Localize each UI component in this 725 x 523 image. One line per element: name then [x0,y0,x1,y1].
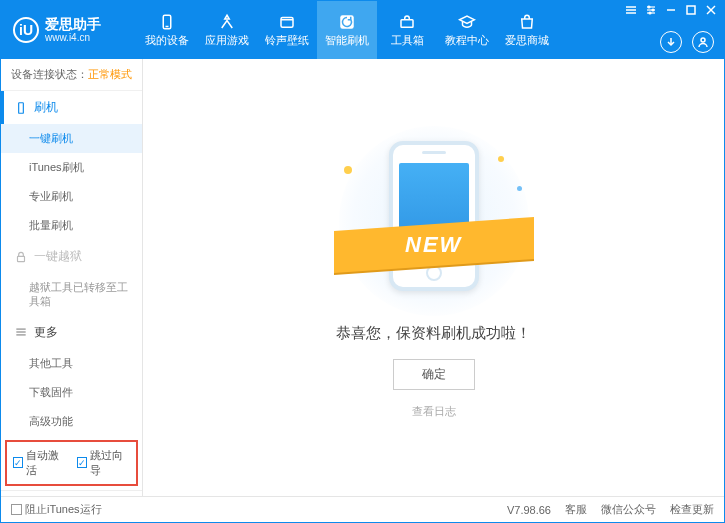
brand-title: 爱思助手 [45,17,101,32]
app-window: iU 爱思助手 www.i4.cn 我的设备 应用游戏 铃声壁纸 智能刷机 [0,0,725,523]
success-illustration: NEW [324,136,544,306]
check-update-link[interactable]: 检查更新 [670,502,714,517]
folder-icon [278,13,296,31]
success-message: 恭喜您，保资料刷机成功啦！ [336,324,531,343]
sidebar-jailbreak-note: 越狱工具已转移至工具箱 [1,273,142,316]
maximize-button[interactable] [684,3,698,17]
apps-icon [218,13,236,31]
sidebar-item-advanced[interactable]: 高级功能 [1,407,142,436]
checkbox-block-itunes[interactable]: 阻止iTunes运行 [11,502,102,517]
checkbox-auto-activate[interactable]: ✓ 自动激活 [13,448,67,478]
refresh-icon [338,13,356,31]
header-actions [660,31,714,53]
svg-rect-15 [687,6,695,14]
settings-icon[interactable] [644,3,658,17]
toolbox-icon [398,13,416,31]
device-icon [14,101,28,115]
nav-store[interactable]: 爱思商城 [497,1,557,59]
logo-icon: iU [13,17,39,43]
sidebar-item-download-firmware[interactable]: 下载固件 [1,378,142,407]
list-icon [14,325,28,339]
nav-ringtones-wallpapers[interactable]: 铃声壁纸 [257,1,317,59]
close-button[interactable] [704,3,718,17]
checkbox-skip-wizard[interactable]: ✓ 跳过向导 [77,448,131,478]
brand-subtitle: www.i4.cn [45,32,101,43]
svg-rect-2 [281,17,293,27]
svg-point-18 [701,38,705,42]
view-log-link[interactable]: 查看日志 [412,404,456,419]
checkbox-icon [11,504,22,515]
svg-rect-20 [18,256,25,261]
svg-point-13 [649,12,651,14]
connection-status-value: 正常模式 [88,68,132,80]
svg-rect-19 [19,102,24,113]
user-button[interactable] [692,31,714,53]
top-nav: 我的设备 应用游戏 铃声壁纸 智能刷机 工具箱 教程中心 [137,1,557,59]
sidebar-cat-jailbreak[interactable]: 一键越狱 [1,240,142,273]
version-label: V7.98.66 [507,504,551,516]
nav-my-device[interactable]: 我的设备 [137,1,197,59]
nav-apps-games[interactable]: 应用游戏 [197,1,257,59]
sidebar-item-batch-flash[interactable]: 批量刷机 [1,211,142,240]
svg-point-12 [652,9,654,11]
connection-status: 设备连接状态：正常模式 [1,59,142,91]
footer: 阻止iTunes运行 V7.98.66 客服 微信公众号 检查更新 [1,496,724,522]
phone-graphic-icon [389,141,479,291]
sidebar-item-itunes-flash[interactable]: iTunes刷机 [1,153,142,182]
sidebar-cat-flash[interactable]: 刷机 [1,91,142,124]
window-controls [624,3,718,17]
sidebar-item-oneclick-flash[interactable]: 一键刷机 [1,124,142,153]
options-highlight-box: ✓ 自动激活 ✓ 跳过向导 [5,440,138,486]
nav-toolbox[interactable]: 工具箱 [377,1,437,59]
bag-icon [518,13,536,31]
main-content: NEW 恭喜您，保资料刷机成功啦！ 确定 查看日志 [143,59,724,496]
sidebar-cat-more[interactable]: 更多 [1,316,142,349]
nav-smart-flash[interactable]: 智能刷机 [317,1,377,59]
ok-button[interactable]: 确定 [393,359,475,390]
menu-icon[interactable] [624,3,638,17]
svg-point-11 [648,6,650,8]
svg-rect-4 [401,19,413,27]
support-link[interactable]: 客服 [565,502,587,517]
wechat-link[interactable]: 微信公众号 [601,502,656,517]
sidebar-item-other-tools[interactable]: 其他工具 [1,349,142,378]
sidebar: 设备连接状态：正常模式 刷机 一键刷机 iTunes刷机 专业刷机 批量刷机 一… [1,59,143,496]
check-icon: ✓ [13,457,23,468]
header: iU 爱思助手 www.i4.cn 我的设备 应用游戏 铃声壁纸 智能刷机 [1,1,724,59]
check-icon: ✓ [77,457,87,468]
phone-icon [158,13,176,31]
graduation-icon [458,13,476,31]
lock-icon [14,250,28,264]
download-button[interactable] [660,31,682,53]
brand-logo[interactable]: iU 爱思助手 www.i4.cn [1,17,131,43]
minimize-button[interactable] [664,3,678,17]
sidebar-item-pro-flash[interactable]: 专业刷机 [1,182,142,211]
nav-tutorials[interactable]: 教程中心 [437,1,497,59]
